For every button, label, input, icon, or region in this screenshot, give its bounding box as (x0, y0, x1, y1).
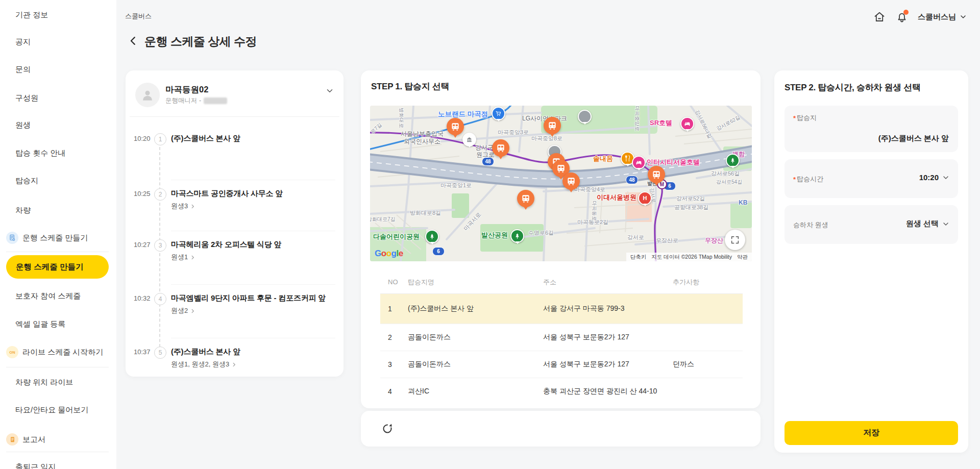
required-mark: * (793, 176, 796, 183)
cart-icon (495, 110, 502, 117)
home-button[interactable] (873, 10, 886, 23)
save-button[interactable]: 저장 (785, 421, 958, 445)
home-icon (873, 11, 886, 23)
sidebar-item-boarding-question[interactable]: 타요/안타요 물어보기 (0, 404, 116, 415)
map-road-label: 방화대로 (398, 108, 405, 128)
stop-time: 10:25 (134, 190, 154, 198)
table-row[interactable]: 2 곰돌이돈까스 서울 성북구 보문동2가 127 (380, 324, 743, 351)
map-fullscreen-button[interactable] (725, 230, 745, 250)
refresh-button[interactable] (381, 423, 394, 435)
stop-number: 4 (154, 293, 166, 305)
field-pickup-time[interactable]: * 탑승시간 10:20 (785, 159, 958, 198)
stop-students-link[interactable]: 원생3 (171, 202, 195, 211)
park-marker[interactable] (425, 230, 439, 243)
sidebar-item-create-schedule-active[interactable]: 운행 스케줄 만들기 (6, 255, 109, 279)
chevron-right-icon (190, 204, 195, 209)
sidebar-item-commute-log[interactable]: 출퇴근 일지 (0, 461, 116, 469)
sidebar-item-ride-count[interactable]: 탑승 횟수 안내 (0, 147, 116, 159)
sidebar-item-inquiry[interactable]: 문의 (0, 64, 116, 75)
map-road-label: 방화대로7길 (370, 216, 396, 223)
chevron-right-icon (231, 362, 237, 367)
tree-icon (729, 157, 736, 164)
sidebar-item-org-info[interactable]: 기관 정보 (0, 9, 116, 20)
sidebar-item-guardian-schedule[interactable]: 보호자 참여 스케줄 (0, 290, 116, 302)
hotel-marker[interactable] (680, 117, 694, 131)
chevron-down-icon (959, 13, 967, 21)
table-row-selected[interactable]: 1 (주)스쿨버스 본사 앞 서울 강서구 마곡동 799-3 (380, 293, 743, 324)
table-row[interactable]: 4 괴산IC 충북 괴산군 장연면 광진리 산 44-10 (380, 378, 743, 405)
map-label: 다솔어린이공원 (373, 232, 420, 241)
sidebar-item-students[interactable]: 원생 (0, 119, 116, 131)
bed-icon (684, 120, 691, 127)
bus-stop-marker[interactable] (447, 118, 464, 135)
sidebar-item-excel-bulk[interactable]: 엑셀 일괄 등록 (0, 318, 116, 330)
step1-card: STEP 1. 탑승지 선택 (361, 70, 761, 408)
map-road-label: 우장산로 (656, 237, 678, 244)
government-office-marker[interactable] (462, 133, 476, 146)
redacted-manager-name (204, 97, 227, 104)
sidebar-item-vehicle-location-live[interactable]: 차량 위치 라이브 (0, 377, 116, 388)
map-road-label: 강서로52길 (676, 195, 705, 203)
hotel-marker[interactable] (632, 156, 646, 169)
bus-stop-marker[interactable] (544, 117, 561, 134)
notification-button[interactable] (895, 10, 909, 23)
map[interactable]: 노브랜드 마곡점 LG사이언스파크 서울남부출입국 외국인사무소 마곡중앙3로 … (370, 106, 752, 261)
sidebar-divider (6, 452, 109, 452)
person-icon (140, 87, 155, 103)
stop-students-link[interactable]: 원생1, 원생2, 원생3 (171, 360, 237, 369)
bed-icon (635, 159, 642, 166)
route-name: 마곡등원02 (165, 84, 208, 95)
bus-icon (556, 163, 566, 174)
sidebar-item-report[interactable]: 보고서 (0, 434, 116, 445)
avatar (135, 83, 160, 107)
stop-name[interactable]: (주)스쿨버스 본사 앞 (171, 134, 336, 143)
bus-stop-marker[interactable] (517, 190, 534, 207)
park-marker[interactable] (510, 229, 524, 243)
stop-students-link[interactable]: 원생2 (171, 306, 195, 315)
bus-icon (566, 176, 576, 186)
sidebar-item-stops[interactable]: 탑승지 (0, 175, 116, 186)
route-manager: 운행매니저 - (165, 96, 227, 105)
sidebar-item-members[interactable]: 구성원 (0, 92, 116, 104)
poi-marker[interactable] (578, 110, 592, 124)
stop-name[interactable]: 마곡헤리움 2차 오피스텔 식당 앞 (171, 240, 336, 250)
bus-stop-marker[interactable] (492, 139, 509, 157)
map-road-label: 강서로56길 (711, 170, 740, 178)
report-doc-icon (6, 433, 18, 446)
stop-time: 10:20 (134, 135, 154, 142)
bus-stop-marker[interactable] (562, 172, 580, 190)
google-logo[interactable]: Google (375, 249, 403, 259)
collapse-route-button[interactable] (325, 86, 334, 95)
user-menu[interactable]: 스쿨버스님 (918, 12, 967, 22)
required-mark: * (793, 114, 796, 122)
sidebar-item-notice[interactable]: 공지 (0, 36, 116, 47)
map-label: 우장산 (705, 236, 723, 245)
stop-time: 10:32 (134, 294, 154, 302)
stop-number: 5 (154, 347, 166, 359)
bus-stop-marker[interactable] (648, 166, 665, 183)
stop-name[interactable]: 마곡스마트 공인중개사 사무소 앞 (171, 189, 336, 199)
stop-name[interactable]: (주)스쿨버스 본사 앞 (171, 347, 336, 357)
map-road-label: 강서로 (627, 234, 644, 241)
pickup-time-select: 10:20 (919, 173, 950, 182)
bus-icon (450, 121, 460, 132)
sidebar-item-vehicles[interactable]: 차량 (0, 205, 116, 216)
map-road-label: 마곡중앙1로 (440, 182, 472, 189)
store-marker[interactable] (492, 107, 505, 120)
chevron-down-icon (942, 220, 950, 228)
table-row[interactable]: 3 곰돌이돈까스 서울 성북구 보문동2가 127 던까스 (380, 351, 743, 378)
sidebar-item-create-schedule[interactable]: 운행 스케줄 만들기 (0, 232, 116, 243)
sidebar-item-live-schedule-start[interactable]: ON 라이브 스케줄 시작하기 (0, 347, 116, 358)
hospital-marker[interactable]: H (638, 191, 652, 205)
map-attribution: 단축키 지도 데이터 ©2026 TMap Mobility 약관 (626, 253, 752, 261)
back-button[interactable] (128, 35, 139, 46)
stop-name[interactable]: 마곡엠벨리 9단지 아파트 후문 - 컴포즈커피 앞 (171, 293, 336, 303)
park-marker[interactable] (726, 154, 740, 167)
stop-students-link[interactable]: 원생1 (171, 253, 195, 262)
route-shield: 48 (626, 176, 638, 184)
map-road-label: 마곡중앙8로 (531, 135, 562, 142)
map-shortcuts-link[interactable]: 단축키 (630, 254, 647, 261)
field-students-select[interactable]: 승하차 원생 원생 선택 (785, 205, 958, 244)
map-terms-link[interactable]: 약관 (737, 254, 748, 261)
app-window: 기관 정보 공지 문의 구성원 원생 탑승 횟수 안내 탑승지 차량 운행 스케… (0, 0, 980, 469)
